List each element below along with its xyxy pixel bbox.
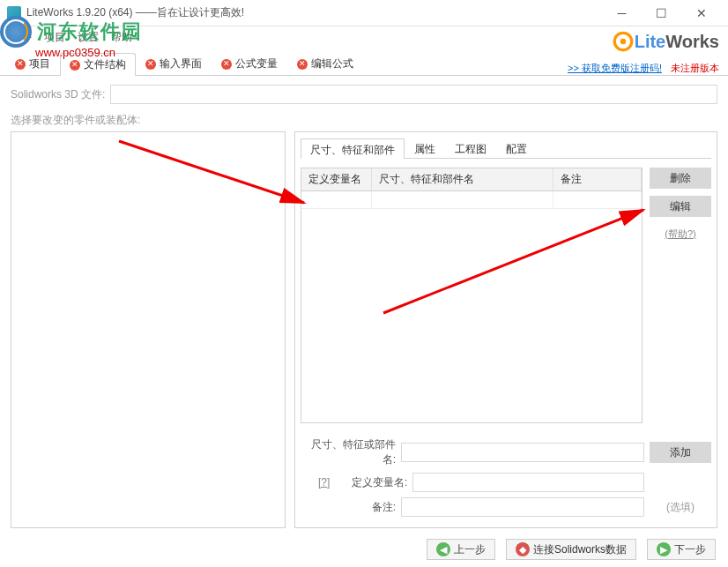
grid-body[interactable] bbox=[301, 191, 642, 421]
varname-input[interactable] bbox=[412, 473, 644, 492]
data-grid[interactable]: 定义变量名 尺寸、特征和部件名 备注 bbox=[301, 168, 643, 423]
parts-tree[interactable] bbox=[11, 131, 286, 528]
window-controls: ─ ☐ ✕ bbox=[602, 1, 721, 26]
arrow-right-icon: ▶ bbox=[657, 542, 671, 556]
watermark-overlay: 河东软件园 www.pc0359.cn bbox=[0, 16, 247, 59]
detail-pane: 尺寸、特征和部件 属性 工程图 配置 定义变量名 尺寸、特征和部件名 备注 删除… bbox=[294, 131, 717, 528]
footer-bar: ◀上一步 ◆连接Solidworks数据 ▶下一步 bbox=[0, 535, 728, 563]
grid-buttons: 删除 编辑 (帮助?) bbox=[650, 168, 711, 423]
subtab-config[interactable]: 配置 bbox=[496, 138, 537, 158]
remark-label: 备注: bbox=[301, 500, 396, 515]
watermark-url: www.pc0359.cn bbox=[35, 46, 247, 59]
file-path-input[interactable] bbox=[110, 85, 717, 104]
file-row: Solidworks 3D 文件: bbox=[0, 76, 728, 113]
close-icon: ✕ bbox=[70, 60, 80, 71]
select-hint: 选择要改变的零件或装配体: bbox=[0, 113, 728, 131]
close-button[interactable]: ✕ bbox=[681, 1, 721, 26]
partname-input[interactable] bbox=[401, 443, 644, 462]
arrow-left-icon: ◀ bbox=[436, 542, 450, 556]
col-remark: 备注 bbox=[553, 168, 642, 190]
file-label: Solidworks 3D 文件: bbox=[11, 87, 105, 102]
tab-edit-formula[interactable]: ✕编辑公式 bbox=[287, 52, 363, 75]
cube-icon: ◆ bbox=[516, 542, 530, 556]
subtab-dimensions[interactable]: 尺寸、特征和部件 bbox=[301, 138, 405, 159]
close-icon: ✕ bbox=[221, 59, 232, 70]
edit-button[interactable]: 编辑 bbox=[650, 196, 711, 217]
remark-input[interactable] bbox=[401, 497, 644, 517]
delete-button[interactable]: 删除 bbox=[650, 168, 711, 189]
help-link[interactable]: (帮助?) bbox=[650, 228, 711, 241]
grid-header: 定义变量名 尺寸、特征和部件名 备注 bbox=[301, 168, 642, 191]
help-hint[interactable]: [?] bbox=[318, 476, 330, 489]
watermark-icon bbox=[0, 16, 32, 48]
work-area: 尺寸、特征和部件 属性 工程图 配置 定义变量名 尺寸、特征和部件名 备注 删除… bbox=[0, 131, 728, 535]
maximize-button[interactable]: ☐ bbox=[642, 1, 681, 26]
subtab-drawing[interactable]: 工程图 bbox=[445, 138, 496, 158]
watermark-name: 河东软件园 bbox=[37, 19, 143, 45]
col-varname: 定义变量名 bbox=[301, 168, 372, 190]
get-reg-code-link[interactable]: >> 获取免费版注册码! bbox=[568, 62, 662, 75]
col-partname: 尺寸、特征和部件名 bbox=[372, 168, 553, 190]
subtab-properties[interactable]: 属性 bbox=[405, 138, 445, 158]
close-icon: ✕ bbox=[297, 59, 308, 70]
prev-button[interactable]: ◀上一步 bbox=[427, 539, 495, 560]
add-button[interactable]: 添加 bbox=[650, 442, 711, 463]
partname-label: 尺寸、特征或部件名: bbox=[301, 437, 396, 467]
next-button[interactable]: ▶下一步 bbox=[647, 539, 716, 560]
unregistered-label: 未注册版本 bbox=[671, 62, 719, 75]
optional-hint: (选填) bbox=[650, 500, 711, 515]
edit-form: 尺寸、特征或部件名: 添加 [?] 定义变量名: 备注: (选填) bbox=[301, 430, 711, 522]
close-icon: ✕ bbox=[15, 59, 26, 70]
connect-button[interactable]: ◆连接Solidworks数据 bbox=[506, 539, 636, 560]
close-icon: ✕ bbox=[145, 59, 156, 70]
sub-tabs: 尺寸、特征和部件 属性 工程图 配置 bbox=[301, 138, 711, 159]
minimize-button[interactable]: ─ bbox=[602, 1, 642, 26]
varname-label: 定义变量名: bbox=[335, 475, 407, 490]
